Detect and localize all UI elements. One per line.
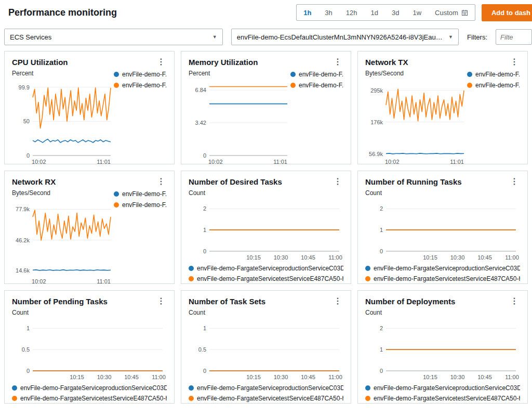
svg-text:11:01: 11:01 <box>97 278 111 284</box>
chart-legend: envFile-demo-F...envFile-demo-F... <box>467 69 520 164</box>
legend-item[interactable]: envFile-demo-FargateServicetestServiceE4… <box>365 275 520 282</box>
legend-item[interactable]: envFile-demo-FargateServicetestServiceE4… <box>12 395 167 402</box>
svg-text:1: 1 <box>26 325 30 331</box>
svg-text:10:02: 10:02 <box>385 159 400 164</box>
chart-title: Network TX <box>365 58 408 67</box>
legend-item[interactable]: envFile-demo-FargateServiceproductionSer… <box>365 384 520 392</box>
legend-item[interactable]: envFile-demo-FargateServicetestServiceE4… <box>189 275 343 282</box>
chart-menu-button[interactable]: ⋮ <box>509 297 520 305</box>
legend-item[interactable]: envFile-demo-FargateServiceproductionSer… <box>365 265 520 272</box>
legend-item[interactable]: envFile-demo-FargateServiceproductionSer… <box>189 265 343 272</box>
chart-canvas: 99.950010:0211:01 <box>12 79 114 164</box>
svg-text:10:30: 10:30 <box>450 254 465 261</box>
svg-text:56.9k: 56.9k <box>369 151 383 157</box>
svg-text:3.42: 3.42 <box>195 120 206 126</box>
chart-card-number-of-deployments: Number of Deployments ⋮ Count 21010:1510… <box>357 290 528 404</box>
svg-text:77.9k: 77.9k <box>16 206 30 212</box>
chart-ylabel: Percent <box>12 70 114 77</box>
chart-card-cpu-utilization: CPU Utilization ⋮ Percent 99.950010:0211… <box>4 51 175 164</box>
chart-card-number-of-pending-tasks: Number of Pending Tasks ⋮ Count 10.5010:… <box>4 290 175 404</box>
legend-color-dot <box>365 396 370 401</box>
legend-label: envFile-demo-FargateServicetestServiceE4… <box>374 275 520 282</box>
legend-label: envFile-demo-F... <box>122 190 167 198</box>
chart-legend: envFile-demo-F...envFile-demo-F... <box>114 188 167 284</box>
svg-text:11:00: 11:00 <box>152 374 166 380</box>
legend-item[interactable]: envFile-demo-F... <box>114 82 167 89</box>
chart-ylabel: Count <box>12 309 167 316</box>
legend-item[interactable]: envFile-demo-FargateServiceproductionSer… <box>189 384 343 392</box>
legend-label: envFile-demo-F... <box>299 71 343 78</box>
legend-color-dot <box>290 72 296 77</box>
chart-ylabel: Count <box>189 189 343 197</box>
time-range-12h[interactable]: 12h <box>339 6 364 20</box>
svg-text:10:45: 10:45 <box>301 374 315 380</box>
chart-card-memory-utilization: Memory Utilization ⋮ Percent 6.843.42010… <box>181 51 351 164</box>
legend-item[interactable]: envFile-demo-F... <box>114 201 167 209</box>
filters-label: Filters: <box>467 33 487 41</box>
chart-menu-button[interactable]: ⋮ <box>509 177 520 186</box>
chart-menu-button[interactable]: ⋮ <box>332 58 343 66</box>
legend-color-dot <box>114 83 119 88</box>
time-range-custom[interactable]: Custom <box>428 6 475 20</box>
chevron-down-icon: ▼ <box>448 34 453 40</box>
legend-color-dot <box>365 266 370 271</box>
legend-label: envFile-demo-F... <box>122 71 167 78</box>
chart-menu-button[interactable]: ⋮ <box>332 177 343 186</box>
legend-item[interactable]: envFile-demo-F... <box>290 82 343 89</box>
time-range-1d[interactable]: 1d <box>364 6 385 20</box>
chart-canvas: 21010:1510:3010:4511:00 <box>365 198 519 262</box>
chart-ylabel: Percent <box>189 70 290 77</box>
legend-color-dot <box>189 396 194 401</box>
svg-text:6.84: 6.84 <box>195 87 206 93</box>
legend-item[interactable]: envFile-demo-FargateServiceproductionSer… <box>12 384 167 392</box>
cluster-select[interactable]: envFile-demo-EcsDefaultClusterMnL3mNNYN9… <box>231 29 459 45</box>
legend-item[interactable]: envFile-demo-F... <box>114 71 167 78</box>
legend-item[interactable]: envFile-demo-F... <box>114 190 167 198</box>
legend-item[interactable]: envFile-demo-F... <box>467 82 520 89</box>
svg-text:2: 2 <box>380 325 383 331</box>
legend-label: envFile-demo-FargateServicetestServiceE4… <box>20 395 167 402</box>
legend-color-dot <box>365 385 370 391</box>
time-range-3h[interactable]: 3h <box>318 6 339 20</box>
svg-text:10:45: 10:45 <box>477 374 492 380</box>
chart-menu-button[interactable]: ⋮ <box>155 177 167 186</box>
legend-color-dot <box>189 385 194 391</box>
svg-text:10:15: 10:15 <box>423 254 437 261</box>
chart-menu-button[interactable]: ⋮ <box>155 297 167 305</box>
time-range-1h[interactable]: 1h <box>297 6 318 20</box>
svg-text:0: 0 <box>203 248 206 254</box>
chart-ylabel: Count <box>189 309 343 316</box>
legend-item[interactable]: envFile-demo-FargateServicetestServiceE4… <box>189 395 343 402</box>
filter-input[interactable] <box>496 29 532 45</box>
svg-text:10:45: 10:45 <box>124 374 139 380</box>
time-range-3d[interactable]: 3d <box>385 6 406 20</box>
chart-canvas: 295k176k56.9k10:0211:01 <box>365 79 467 164</box>
chart-menu-button[interactable]: ⋮ <box>509 58 520 66</box>
legend-item[interactable]: envFile-demo-FargateServicetestServiceE4… <box>365 395 520 402</box>
svg-text:0: 0 <box>26 152 30 159</box>
toolbar: ECS Services ▼ envFile-demo-EcsDefaultCl… <box>0 24 532 50</box>
svg-text:0: 0 <box>203 152 206 159</box>
page-title: Performance monitoring <box>8 7 117 18</box>
legend-color-dot <box>12 385 17 391</box>
chart-legend: envFile-demo-FargateServiceproductionSer… <box>365 262 520 282</box>
svg-text:10:30: 10:30 <box>97 374 112 380</box>
chart-title: Number of Deployments <box>365 297 455 306</box>
charts-grid: CPU Utilization ⋮ Percent 99.950010:0211… <box>0 50 532 408</box>
chart-ylabel: Count <box>365 189 520 197</box>
svg-text:50: 50 <box>23 118 30 124</box>
time-range-1w[interactable]: 1w <box>406 6 428 20</box>
legend-item[interactable]: envFile-demo-F... <box>290 71 343 78</box>
add-to-dashboard-button[interactable]: Add to dash <box>482 4 532 21</box>
metric-type-select[interactable]: ECS Services ▼ <box>4 29 223 45</box>
svg-text:10:15: 10:15 <box>246 374 261 380</box>
legend-label: envFile-demo-F... <box>475 71 520 78</box>
chart-card-number-of-running-tasks: Number of Running Tasks ⋮ Count 21010:15… <box>357 171 528 284</box>
chart-menu-button[interactable]: ⋮ <box>332 297 343 305</box>
svg-text:10:02: 10:02 <box>208 159 223 164</box>
svg-text:10:30: 10:30 <box>274 254 288 261</box>
chart-canvas: 21010:1510:3010:4511:00 <box>189 198 342 262</box>
chart-menu-button[interactable]: ⋮ <box>155 58 167 66</box>
chart-card-number-of-task-sets: Number of Task Sets ⋮ Count 10.5010:1510… <box>181 290 351 404</box>
legend-item[interactable]: envFile-demo-F... <box>467 71 520 78</box>
